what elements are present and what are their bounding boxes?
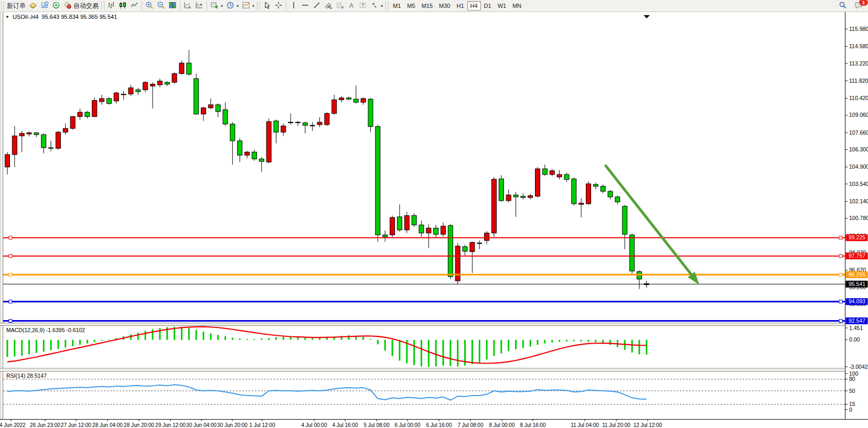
data-window-button[interactable] bbox=[39, 1, 50, 11]
candle[interactable] bbox=[34, 133, 39, 135]
candle[interactable] bbox=[434, 228, 438, 234]
candle[interactable] bbox=[564, 174, 569, 180]
chart-shift-button[interactable] bbox=[194, 1, 205, 11]
candle[interactable] bbox=[346, 98, 351, 99]
new-order-button[interactable]: 新订单 bbox=[5, 1, 27, 11]
zoom-out-button[interactable] bbox=[155, 1, 167, 11]
candle[interactable] bbox=[397, 217, 402, 230]
candle[interactable] bbox=[230, 124, 235, 141]
candle[interactable] bbox=[128, 88, 133, 94]
price-scale[interactable]: 115.980114.580113.220111.820110.420109.0… bbox=[845, 12, 868, 419]
toolbar-grip[interactable] bbox=[385, 2, 389, 10]
line-handle[interactable] bbox=[839, 255, 842, 258]
candle[interactable] bbox=[5, 155, 10, 167]
candle[interactable] bbox=[274, 121, 278, 132]
candle[interactable] bbox=[463, 247, 467, 251]
candle[interactable] bbox=[448, 226, 453, 277]
candle[interactable] bbox=[303, 123, 307, 125]
candle[interactable] bbox=[259, 159, 264, 161]
candle[interactable] bbox=[56, 132, 60, 148]
candle[interactable] bbox=[630, 235, 635, 271]
candle[interactable] bbox=[579, 203, 584, 204]
candle[interactable] bbox=[252, 152, 256, 159]
equidistant-channel-button[interactable]: E bbox=[323, 1, 334, 11]
candle[interactable] bbox=[528, 195, 533, 197]
chart-window[interactable]: 115.980114.580113.220111.820110.420109.0… bbox=[0, 12, 868, 428]
candle[interactable] bbox=[201, 108, 206, 114]
candle[interactable] bbox=[194, 79, 199, 114]
line-handle[interactable] bbox=[839, 300, 842, 303]
candle[interactable] bbox=[441, 226, 446, 234]
candle[interactable] bbox=[266, 122, 271, 162]
cursor-button[interactable] bbox=[261, 1, 273, 11]
candle[interactable] bbox=[404, 216, 409, 230]
vertical-line-button[interactable] bbox=[288, 1, 299, 11]
candle[interactable] bbox=[27, 133, 31, 134]
candle[interactable] bbox=[157, 81, 162, 85]
tile-windows-button[interactable] bbox=[167, 1, 178, 11]
templates-button[interactable]: ▾ bbox=[240, 1, 256, 11]
candle[interactable] bbox=[143, 82, 148, 90]
fibonacci-button[interactable]: F bbox=[334, 1, 346, 11]
line-handle[interactable] bbox=[9, 300, 12, 303]
periods-button[interactable]: ▾ bbox=[224, 1, 240, 11]
timeframe-m5-button[interactable]: M5 bbox=[404, 1, 418, 10]
candle[interactable] bbox=[542, 169, 547, 174]
candle[interactable] bbox=[550, 171, 554, 174]
candle[interactable] bbox=[106, 98, 111, 104]
candle[interactable] bbox=[187, 63, 191, 74]
auto-trading-button[interactable]: 自动交易 bbox=[62, 1, 100, 11]
bar-chart-button[interactable] bbox=[105, 1, 117, 11]
candle[interactable] bbox=[412, 216, 416, 225]
candle[interactable] bbox=[419, 225, 424, 233]
candle[interactable] bbox=[85, 112, 90, 116]
candle[interactable] bbox=[426, 228, 431, 233]
candle[interactable] bbox=[477, 243, 482, 244]
candle[interactable] bbox=[506, 195, 511, 201]
candle[interactable] bbox=[485, 233, 489, 240]
candle[interactable] bbox=[499, 179, 503, 201]
timeframe-m15-button[interactable]: M15 bbox=[419, 1, 436, 10]
candle[interactable] bbox=[491, 179, 496, 233]
toolbar-grip[interactable] bbox=[1, 2, 4, 10]
collapse-ohlc-icon[interactable]: ▼ bbox=[5, 15, 9, 19]
candle[interactable] bbox=[165, 82, 169, 84]
candle[interactable] bbox=[593, 184, 598, 186]
candle[interactable] bbox=[586, 184, 591, 204]
line-chart-button[interactable] bbox=[128, 1, 140, 11]
candle[interactable] bbox=[455, 246, 460, 281]
candle[interactable] bbox=[179, 63, 184, 73]
candle[interactable] bbox=[281, 126, 286, 132]
candle[interactable] bbox=[332, 100, 337, 113]
candle[interactable] bbox=[151, 84, 155, 86]
candle[interactable] bbox=[383, 235, 388, 237]
candle[interactable] bbox=[470, 243, 475, 252]
candle[interactable] bbox=[572, 179, 576, 204]
timeframe-w1-button[interactable]: W1 bbox=[495, 1, 510, 10]
candle[interactable] bbox=[339, 98, 344, 100]
candle[interactable] bbox=[63, 128, 68, 132]
toolbar-grip[interactable] bbox=[101, 2, 104, 10]
candle[interactable] bbox=[325, 114, 329, 125]
line-handle[interactable] bbox=[9, 320, 12, 323]
candle[interactable] bbox=[70, 117, 75, 129]
candle[interactable] bbox=[216, 105, 220, 112]
candle[interactable] bbox=[535, 169, 540, 196]
candle[interactable] bbox=[100, 98, 104, 102]
line-handle[interactable] bbox=[839, 236, 842, 239]
candle[interactable] bbox=[288, 122, 293, 123]
timeframe-m1-button[interactable]: M1 bbox=[390, 1, 404, 10]
candle[interactable] bbox=[317, 122, 322, 125]
candle[interactable] bbox=[368, 99, 373, 126]
candle[interactable] bbox=[223, 109, 228, 124]
indicators-button[interactable]: ▾ bbox=[209, 1, 224, 11]
market-watch-button[interactable] bbox=[27, 1, 39, 11]
candle[interactable] bbox=[12, 136, 17, 155]
line-handle[interactable] bbox=[9, 236, 12, 239]
candle[interactable] bbox=[623, 206, 627, 234]
candle[interactable] bbox=[557, 174, 562, 177]
trendline-button[interactable] bbox=[311, 1, 323, 11]
candle[interactable] bbox=[296, 122, 301, 123]
text-button[interactable]: A bbox=[346, 1, 357, 11]
candle[interactable] bbox=[361, 98, 366, 102]
